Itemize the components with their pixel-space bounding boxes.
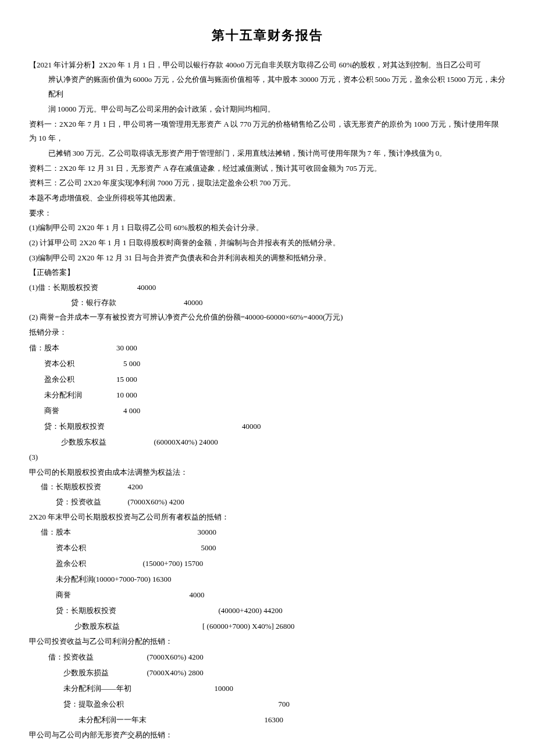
a3-c2a: 少数股东损益 [63,665,147,680]
intro-p1a: 【2021 年计算分析】2X20 年 1 月 1 日，甲公司以银行存款 400o… [29,58,506,73]
req-label: 要求： [29,206,506,221]
a3-b3b: (15000+700) 15700 [143,559,204,568]
intro-p5: 本题不考虑增值税、企业所得税等其他因素。 [29,191,506,206]
a3-b4: 未分配利润(10000+7000-700) 16300 [29,572,506,587]
a1-dr-val: 40000 [137,283,156,292]
a3-b5a: 商誉 [56,587,190,603]
a3-c1a: 借：投资收益 [48,650,147,665]
intro-p3: 资料二：2X20 年 12 月 31 日，无形资产 A 存在减值迹象，经过减值测… [29,162,506,176]
intro-p2a: 资料一：2X20 年 7 月 1 日，甲公司将一项管理用无形资产 A 以 770… [29,117,506,146]
page-title: 第十五章财务报告 [29,23,506,48]
a3-c2b: (7000X40%) 2800 [147,668,204,677]
a3-c3b: 10000 [215,684,234,693]
a2-r2b: 5 000 [123,359,140,368]
a3-head: (3) [29,450,506,465]
answer-label: 【正确答案】 [29,266,506,280]
a2-r6b: 40000 [242,422,261,431]
a3-b2b: 5000 [201,543,216,552]
a3-c5a: 未分配利润一一年末 [79,712,265,728]
a2-r4a: 未分配利润 [44,388,116,403]
a3-b6a: 贷：长期股权投资 [56,603,219,618]
intro-block: 【2021 年计算分析】2X20 年 1 月 1 日，甲公司以银行存款 400o… [29,58,506,266]
a3-b6b: (40000+4200) 44200 [219,606,283,615]
a1-cr-label: 贷：银行存款 [71,298,116,307]
a2-r5a: 商誉 [44,403,123,418]
a3-c4b: 700 [279,700,290,708]
a3-a1b: 4200 [128,482,143,491]
a3-c4a: 贷：提取盈余公积 [63,697,279,712]
a3-c3a: 未分配利润——年初 [63,681,215,696]
intro-p2b: 已摊销 300 万元。乙公司取得该无形资产用于管理部门，采用直线法摊销，预计尚可… [29,146,506,161]
a3-a2a: 贷：投资收益 [56,495,128,510]
a1-cr-val: 40000 [184,298,203,307]
a2-r1a: 借：股本 [29,341,116,356]
a3-a1a: 借：长期股权投资 [41,480,128,495]
a3-secb-label: 2X20 年末甲公司长期股权投资与乙公司所有者权益的抵销： [29,510,506,525]
intro-p1c: 润 10000 万元。甲公司与乙公司采用的会计政策，会计期间均相同。 [29,102,506,117]
a3-b2a: 资本公积 [56,540,201,556]
a3-b5b: 4000 [190,590,205,599]
a2-r6a: 贷：长期股权投资 [44,419,242,434]
a2-r7a: 少数股东权益 [61,435,154,450]
a2-r1b: 30 000 [116,343,137,352]
a3-c5b: 16300 [265,715,284,724]
a3-secd-label: 甲公司与乙公司内部无形资产交易的抵销： [29,728,506,743]
a2-r3b: 15 000 [116,375,137,384]
a3-b7b: [ (60000+7000) X40%] 26800 [202,622,295,630]
a2-offset-label: 抵销分录： [29,325,506,340]
a3-b7a: 少数股东权益 [74,619,202,634]
answer-2: (2) 商誉=合并成本一享有被投资方可辨认净资产公允价值的份额=40000-60… [29,310,506,449]
a3-seca-label: 甲公司的长期股权投资由成本法调整为权益法： [29,465,506,480]
a2-r7b: (60000X40%) 24000 [154,438,218,446]
req1: (1)编制甲公司 2X20 年 1 月 1 日取得乙公司 60%股权的相关会计分… [29,221,506,235]
a3-b1b: 30000 [198,528,217,536]
a2-r3a: 盈余公积 [44,372,116,387]
req2: (2) 计算甲公司 2X20 年 1 月 1 日取得股权时商誉的金额，并编制与合… [29,236,506,250]
a1-dr-label: (1)借：长期股权投资 [29,283,98,292]
a2-line: (2) 商誉=合并成本一享有被投资方可辨认净资产公允价值的份额=40000-60… [29,310,506,325]
a3-c1b: (7000X60%) 4200 [147,653,204,661]
intro-p1b: 辨认净资产的账面价值为 6000o 万元，公允价值与账面价值相等，其中股本 30… [29,73,506,101]
a3-b3a: 盈余公积 [56,556,143,571]
answer-3: (3) 甲公司的长期股权投资由成本法调整为权益法： 借：长期股权投资4200 贷… [29,450,506,743]
req3: (3)编制甲公司 2X20 年 12 月 31 日与合并资产负债表和合并利润表相… [29,251,506,266]
answer-1: (1)借：长期股权投资 40000 贷：银行存款 40000 [29,281,506,310]
a2-r2a: 资本公积 [44,356,123,371]
a3-a2b: (7000X60%) 4200 [128,497,184,506]
a2-r5b: 4 000 [123,406,140,415]
intro-p4: 资料三：乙公司 2X20 年度实现净利润 7000 万元，提取法定盈余公积 70… [29,176,506,191]
a2-r4b: 10 000 [116,390,137,399]
a3-b1a: 借：股本 [41,525,198,540]
a3-secc-label: 甲公司投资收益与乙公司利润分配的抵销： [29,635,506,649]
